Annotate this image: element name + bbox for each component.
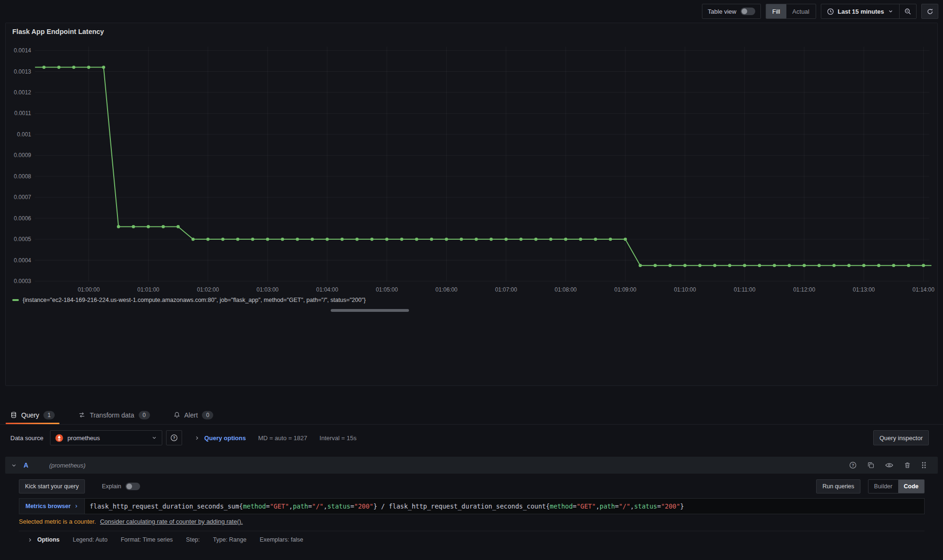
options-format: Format: Time series (121, 536, 173, 543)
panel-toolbar: Table view Fill Actual Last 15 minutes (0, 0, 943, 23)
svg-text:0.0005: 0.0005 (14, 236, 31, 242)
warning-rate-link[interactable]: Consider calculating rate of counter by … (100, 518, 243, 525)
toggle-knob (126, 484, 132, 489)
warning-text: Selected metric is a counter. (19, 518, 96, 525)
svg-text:0.001: 0.001 (17, 131, 31, 138)
editor-tabs: Query 1 Transform data 0 Alert 0 (0, 406, 943, 425)
svg-text:0.0013: 0.0013 (14, 68, 31, 75)
svg-text:0.0011: 0.0011 (14, 110, 31, 117)
run-queries-button[interactable]: Run queries (816, 479, 860, 493)
drag-handle-icon[interactable] (921, 461, 926, 469)
metrics-browser-label: Metrics browser (25, 503, 71, 510)
prometheus-logo-icon (55, 434, 63, 442)
query-options: Query options MD = auto = 1827 Interval … (194, 435, 357, 442)
time-picker-group: Last 15 minutes (821, 4, 917, 19)
svg-text:01:10:00: 01:10:00 (674, 286, 696, 293)
editor-toolbar-row: Kick start your query Explain Run querie… (19, 479, 925, 493)
chevron-right-icon[interactable] (194, 435, 200, 441)
datasource-picker[interactable]: prometheus (50, 430, 162, 445)
collapse-chevron-icon[interactable] (11, 462, 17, 468)
interval-text: Interval = 15s (319, 435, 356, 442)
table-view-label: Table view (708, 8, 736, 15)
options-toggle[interactable]: Options (27, 536, 59, 543)
table-view-group: Table view (702, 4, 761, 19)
tab-transform-count: 0 (139, 411, 150, 419)
svg-text:0.0006: 0.0006 (14, 215, 31, 222)
svg-text:01:14:00: 01:14:00 (912, 286, 935, 293)
fill-button[interactable]: Fill (766, 4, 786, 18)
database-icon (10, 411, 17, 418)
chevron-right-icon (74, 504, 78, 509)
query-editor-body: Kick start your query Explain Run querie… (5, 474, 938, 543)
svg-text:0.0014: 0.0014 (14, 47, 31, 54)
promql-query-input[interactable]: flask_http_request_duration_seconds_sum{… (85, 498, 925, 514)
tab-query-count: 1 (43, 411, 55, 419)
time-range-button[interactable]: Last 15 minutes (821, 4, 899, 18)
tab-transform-data[interactable]: Transform data 0 (73, 406, 155, 424)
explain-toggle[interactable] (125, 483, 140, 490)
magnifier-minus-icon (904, 8, 911, 15)
toggle-visibility-icon[interactable] (885, 461, 893, 469)
panel-title[interactable]: Flask App Endpoint Latency (12, 28, 104, 35)
options-legend: Legend: Auto (73, 536, 108, 543)
clock-icon (827, 8, 834, 15)
latency-chart: 0.00140.00130.00120.00110.0010.00090.000… (6, 42, 938, 297)
datasource-value: prometheus (67, 435, 147, 442)
duplicate-query-icon[interactable] (867, 461, 875, 469)
svg-text:?: ? (173, 435, 175, 440)
tab-alert-count: 0 (202, 411, 213, 419)
view-mode-group: Fill Actual (766, 4, 816, 19)
promql-editor-row: Metrics browser flask_http_request_durat… (19, 498, 925, 514)
options-label: Options (37, 536, 59, 543)
datasource-help-button[interactable]: ? (166, 430, 182, 445)
svg-text:01:00:00: 01:00:00 (78, 286, 100, 293)
svg-text:01:02:00: 01:02:00 (197, 286, 219, 293)
zoom-out-button[interactable] (899, 4, 916, 18)
max-data-points-text: MD = auto = 1827 (258, 435, 307, 442)
refresh-icon (926, 8, 934, 15)
svg-text:01:06:00: 01:06:00 (435, 286, 458, 293)
tab-transform-label: Transform data (90, 411, 134, 419)
chevron-down-icon (888, 8, 893, 14)
timeseries-panel: Flask App Endpoint Latency 0.00140.00130… (5, 23, 938, 386)
panel-editor-bottom: Query 1 Transform data 0 Alert 0 Data so… (0, 406, 943, 543)
svg-text:01:04:00: 01:04:00 (316, 286, 338, 293)
toggle-knob (742, 8, 747, 14)
query-row-header[interactable]: A (prometheus) ? (5, 457, 938, 474)
query-inspector-button[interactable]: Query inspector (873, 430, 929, 445)
svg-text:01:08:00: 01:08:00 (555, 286, 577, 293)
metrics-browser-button[interactable]: Metrics browser (19, 498, 85, 514)
svg-text:0.0007: 0.0007 (14, 194, 31, 201)
datasource-label: Data source (10, 435, 43, 442)
chevron-right-icon (27, 537, 33, 543)
svg-text:0.0004: 0.0004 (14, 257, 31, 264)
svg-text:01:11:00: 01:11:00 (734, 286, 755, 293)
refresh-button[interactable] (921, 4, 938, 19)
svg-text:0.0009: 0.0009 (14, 152, 31, 159)
builder-mode-button[interactable]: Builder (868, 480, 898, 493)
table-view-toggle[interactable] (741, 8, 755, 15)
svg-text:01:05:00: 01:05:00 (376, 286, 398, 293)
query-options-summary-row: Options Legend: Auto Format: Time series… (19, 531, 925, 543)
svg-text:?: ? (851, 463, 854, 468)
chart-legend-item[interactable]: {instance="ec2-184-169-216-224.us-west-1… (12, 297, 366, 303)
help-icon[interactable]: ? (849, 461, 857, 469)
tab-query-label: Query (21, 411, 39, 419)
delete-query-icon[interactable] (904, 461, 911, 469)
options-type: Type: Range (213, 536, 247, 543)
svg-text:0.0003: 0.0003 (14, 278, 31, 284)
tab-query[interactable]: Query 1 (5, 406, 60, 424)
actual-button[interactable]: Actual (786, 4, 816, 18)
svg-text:0.0008: 0.0008 (14, 173, 31, 180)
horizontal-scrollbar[interactable] (331, 309, 409, 312)
counter-warning-row: Selected metric is a counter. Consider c… (19, 518, 925, 525)
svg-text:01:01:00: 01:01:00 (137, 286, 159, 293)
explain-group: Explain (102, 483, 140, 490)
active-tab-underline (6, 423, 59, 424)
kick-start-query-button[interactable]: Kick start your query (19, 479, 85, 493)
query-options-toggle[interactable]: Query options (204, 435, 246, 442)
query-row-actions: ? (849, 461, 926, 469)
code-mode-button[interactable]: Code (898, 480, 924, 493)
tab-alert[interactable]: Alert 0 (168, 406, 219, 424)
editor-mode-group: Builder Code (868, 479, 925, 493)
